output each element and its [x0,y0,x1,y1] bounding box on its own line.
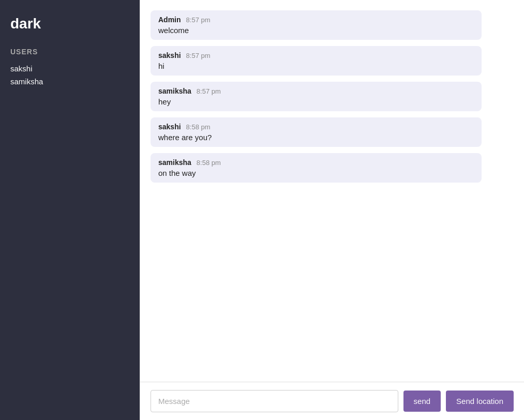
message-header: samiksha8:57 pm [158,87,474,95]
users-section-label: USERS [10,48,129,56]
message-text: welcome [158,26,474,35]
message-sender: sakshi [158,51,181,59]
app-title: dark [10,16,129,32]
message-bubble: sakshi8:58 pmwhere are you? [151,117,482,147]
send-button[interactable]: send [403,391,441,412]
message-header: samiksha8:58 pm [158,158,474,167]
message-bubble: samiksha8:58 pmon the way [151,153,482,183]
message-time: 8:57 pm [186,16,211,24]
message-text: hi [158,62,474,70]
message-sender: sakshi [158,123,181,131]
message-bubble: Admin8:57 pmwelcome [151,10,482,40]
message-sender: samiksha [158,158,191,167]
sidebar-user-samiksha[interactable]: samiksha [10,75,129,88]
message-sender: samiksha [158,87,191,95]
message-header: Admin8:57 pm [158,16,474,24]
message-bubble: sakshi8:57 pmhi [151,46,482,76]
message-input[interactable] [151,390,398,412]
message-bubble: samiksha8:57 pmhey [151,82,482,111]
message-time: 8:58 pm [186,123,211,131]
sidebar: dark USERS sakshisamiksha [0,0,140,420]
message-header: sakshi8:57 pm [158,51,474,59]
input-area: send Send location [140,382,524,420]
message-time: 8:57 pm [186,52,211,59]
message-header: sakshi8:58 pm [158,123,474,131]
message-sender: Admin [158,16,181,24]
sidebar-user-sakshi[interactable]: sakshi [10,62,129,75]
message-text: where are you? [158,133,474,142]
send-location-button[interactable]: Send location [446,391,514,412]
user-list: sakshisamiksha [10,62,129,88]
message-text: on the way [158,169,474,177]
messages-area: Admin8:57 pmwelcomesakshi8:57 pmhisamiks… [140,0,524,382]
message-time: 8:58 pm [197,159,221,167]
main-panel: Admin8:57 pmwelcomesakshi8:57 pmhisamiks… [140,0,524,420]
message-time: 8:57 pm [197,87,221,95]
message-text: hey [158,97,474,106]
